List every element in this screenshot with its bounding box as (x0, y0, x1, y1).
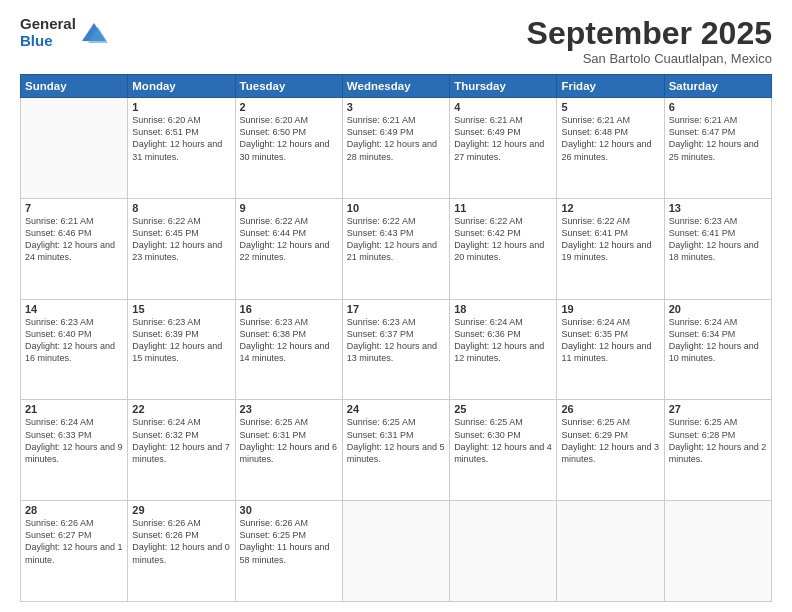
day-number: 21 (25, 403, 123, 415)
day-info: Sunrise: 6:25 AMSunset: 6:29 PMDaylight:… (561, 416, 659, 465)
header-sunday: Sunday (21, 75, 128, 98)
table-row: 7Sunrise: 6:21 AMSunset: 6:46 PMDaylight… (21, 198, 128, 299)
table-row: 6Sunrise: 6:21 AMSunset: 6:47 PMDaylight… (664, 98, 771, 199)
day-info: Sunrise: 6:25 AMSunset: 6:31 PMDaylight:… (347, 416, 445, 465)
calendar-week-row: 28Sunrise: 6:26 AMSunset: 6:27 PMDayligh… (21, 501, 772, 602)
day-info: Sunrise: 6:25 AMSunset: 6:31 PMDaylight:… (240, 416, 338, 465)
day-number: 11 (454, 202, 552, 214)
day-number: 25 (454, 403, 552, 415)
day-info: Sunrise: 6:24 AMSunset: 6:34 PMDaylight:… (669, 316, 767, 365)
day-info: Sunrise: 6:25 AMSunset: 6:28 PMDaylight:… (669, 416, 767, 465)
table-row: 4Sunrise: 6:21 AMSunset: 6:49 PMDaylight… (450, 98, 557, 199)
day-number: 23 (240, 403, 338, 415)
table-row: 15Sunrise: 6:23 AMSunset: 6:39 PMDayligh… (128, 299, 235, 400)
day-number: 2 (240, 101, 338, 113)
header-tuesday: Tuesday (235, 75, 342, 98)
day-info: Sunrise: 6:21 AMSunset: 6:46 PMDaylight:… (25, 215, 123, 264)
day-number: 3 (347, 101, 445, 113)
table-row: 23Sunrise: 6:25 AMSunset: 6:31 PMDayligh… (235, 400, 342, 501)
day-info: Sunrise: 6:23 AMSunset: 6:38 PMDaylight:… (240, 316, 338, 365)
calendar-table: Sunday Monday Tuesday Wednesday Thursday… (20, 74, 772, 602)
day-number: 22 (132, 403, 230, 415)
day-info: Sunrise: 6:24 AMSunset: 6:33 PMDaylight:… (25, 416, 123, 465)
day-info: Sunrise: 6:23 AMSunset: 6:40 PMDaylight:… (25, 316, 123, 365)
day-info: Sunrise: 6:21 AMSunset: 6:48 PMDaylight:… (561, 114, 659, 163)
table-row: 10Sunrise: 6:22 AMSunset: 6:43 PMDayligh… (342, 198, 449, 299)
table-row: 30Sunrise: 6:26 AMSunset: 6:25 PMDayligh… (235, 501, 342, 602)
table-row: 5Sunrise: 6:21 AMSunset: 6:48 PMDaylight… (557, 98, 664, 199)
table-row: 28Sunrise: 6:26 AMSunset: 6:27 PMDayligh… (21, 501, 128, 602)
table-row: 11Sunrise: 6:22 AMSunset: 6:42 PMDayligh… (450, 198, 557, 299)
table-row: 21Sunrise: 6:24 AMSunset: 6:33 PMDayligh… (21, 400, 128, 501)
table-row: 18Sunrise: 6:24 AMSunset: 6:36 PMDayligh… (450, 299, 557, 400)
table-row (342, 501, 449, 602)
day-info: Sunrise: 6:26 AMSunset: 6:25 PMDaylight:… (240, 517, 338, 566)
day-info: Sunrise: 6:20 AMSunset: 6:51 PMDaylight:… (132, 114, 230, 163)
day-info: Sunrise: 6:23 AMSunset: 6:37 PMDaylight:… (347, 316, 445, 365)
calendar-week-row: 1Sunrise: 6:20 AMSunset: 6:51 PMDaylight… (21, 98, 772, 199)
day-number: 27 (669, 403, 767, 415)
day-info: Sunrise: 6:22 AMSunset: 6:41 PMDaylight:… (561, 215, 659, 264)
calendar-week-row: 21Sunrise: 6:24 AMSunset: 6:33 PMDayligh… (21, 400, 772, 501)
day-number: 14 (25, 303, 123, 315)
day-number: 20 (669, 303, 767, 315)
day-info: Sunrise: 6:26 AMSunset: 6:27 PMDaylight:… (25, 517, 123, 566)
day-number: 28 (25, 504, 123, 516)
day-number: 15 (132, 303, 230, 315)
table-row (21, 98, 128, 199)
table-row (664, 501, 771, 602)
day-info: Sunrise: 6:22 AMSunset: 6:44 PMDaylight:… (240, 215, 338, 264)
day-info: Sunrise: 6:21 AMSunset: 6:49 PMDaylight:… (347, 114, 445, 163)
month-title: September 2025 (527, 16, 772, 51)
table-row: 27Sunrise: 6:25 AMSunset: 6:28 PMDayligh… (664, 400, 771, 501)
header-monday: Monday (128, 75, 235, 98)
day-number: 7 (25, 202, 123, 214)
page: General Blue September 2025 San Bartolo … (0, 0, 792, 612)
day-number: 13 (669, 202, 767, 214)
day-info: Sunrise: 6:23 AMSunset: 6:41 PMDaylight:… (669, 215, 767, 264)
day-info: Sunrise: 6:23 AMSunset: 6:39 PMDaylight:… (132, 316, 230, 365)
table-row: 3Sunrise: 6:21 AMSunset: 6:49 PMDaylight… (342, 98, 449, 199)
day-number: 26 (561, 403, 659, 415)
day-number: 29 (132, 504, 230, 516)
day-number: 18 (454, 303, 552, 315)
table-row: 29Sunrise: 6:26 AMSunset: 6:26 PMDayligh… (128, 501, 235, 602)
day-info: Sunrise: 6:21 AMSunset: 6:49 PMDaylight:… (454, 114, 552, 163)
table-row: 16Sunrise: 6:23 AMSunset: 6:38 PMDayligh… (235, 299, 342, 400)
header-friday: Friday (557, 75, 664, 98)
table-row: 19Sunrise: 6:24 AMSunset: 6:35 PMDayligh… (557, 299, 664, 400)
title-section: September 2025 San Bartolo Cuautlalpan, … (527, 16, 772, 66)
table-row (557, 501, 664, 602)
table-row: 22Sunrise: 6:24 AMSunset: 6:32 PMDayligh… (128, 400, 235, 501)
calendar-week-row: 7Sunrise: 6:21 AMSunset: 6:46 PMDaylight… (21, 198, 772, 299)
table-row: 9Sunrise: 6:22 AMSunset: 6:44 PMDaylight… (235, 198, 342, 299)
location: San Bartolo Cuautlalpan, Mexico (527, 51, 772, 66)
day-info: Sunrise: 6:24 AMSunset: 6:32 PMDaylight:… (132, 416, 230, 465)
logo-general: General (20, 16, 76, 33)
calendar-header-row: Sunday Monday Tuesday Wednesday Thursday… (21, 75, 772, 98)
day-info: Sunrise: 6:22 AMSunset: 6:43 PMDaylight:… (347, 215, 445, 264)
day-number: 1 (132, 101, 230, 113)
day-info: Sunrise: 6:20 AMSunset: 6:50 PMDaylight:… (240, 114, 338, 163)
table-row: 20Sunrise: 6:24 AMSunset: 6:34 PMDayligh… (664, 299, 771, 400)
day-info: Sunrise: 6:22 AMSunset: 6:45 PMDaylight:… (132, 215, 230, 264)
calendar-week-row: 14Sunrise: 6:23 AMSunset: 6:40 PMDayligh… (21, 299, 772, 400)
table-row: 1Sunrise: 6:20 AMSunset: 6:51 PMDaylight… (128, 98, 235, 199)
day-info: Sunrise: 6:26 AMSunset: 6:26 PMDaylight:… (132, 517, 230, 566)
day-number: 30 (240, 504, 338, 516)
day-number: 10 (347, 202, 445, 214)
day-number: 8 (132, 202, 230, 214)
day-number: 12 (561, 202, 659, 214)
logo: General Blue (20, 16, 108, 49)
day-number: 9 (240, 202, 338, 214)
table-row (450, 501, 557, 602)
table-row: 2Sunrise: 6:20 AMSunset: 6:50 PMDaylight… (235, 98, 342, 199)
day-number: 24 (347, 403, 445, 415)
table-row: 12Sunrise: 6:22 AMSunset: 6:41 PMDayligh… (557, 198, 664, 299)
header: General Blue September 2025 San Bartolo … (20, 16, 772, 66)
header-saturday: Saturday (664, 75, 771, 98)
logo-icon (80, 19, 108, 47)
day-number: 6 (669, 101, 767, 113)
table-row: 26Sunrise: 6:25 AMSunset: 6:29 PMDayligh… (557, 400, 664, 501)
day-info: Sunrise: 6:25 AMSunset: 6:30 PMDaylight:… (454, 416, 552, 465)
